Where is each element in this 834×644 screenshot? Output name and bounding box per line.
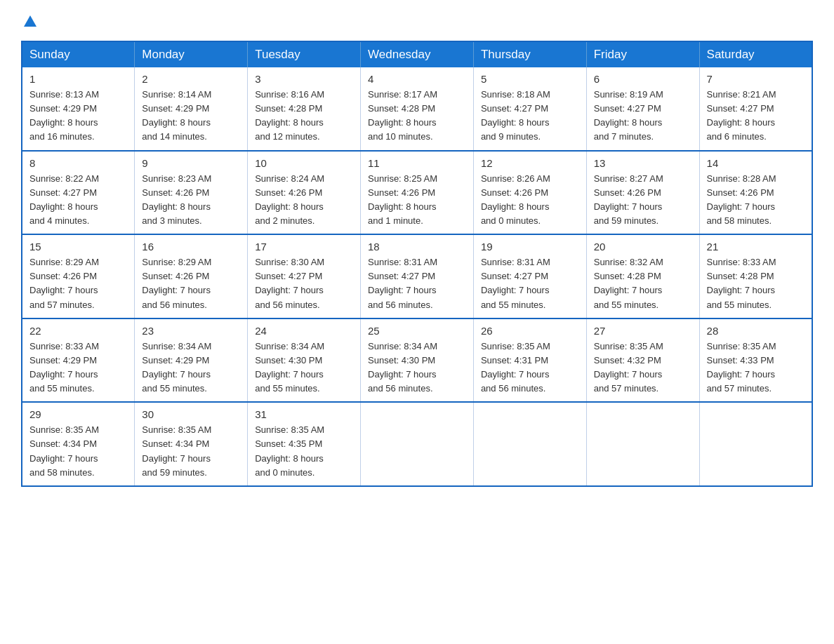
day-number: 19 <box>481 241 579 253</box>
svg-marker-0 <box>24 15 37 27</box>
day-info: Sunrise: 8:25 AM Sunset: 4:26 PM Dayligh… <box>368 172 466 229</box>
calendar-day-1: 1Sunrise: 8:13 AM Sunset: 4:29 PM Daylig… <box>22 67 135 151</box>
calendar-day-20: 20Sunrise: 8:32 AM Sunset: 4:28 PM Dayli… <box>586 234 699 318</box>
day-number: 9 <box>142 157 240 169</box>
day-number: 17 <box>255 241 353 253</box>
day-info: Sunrise: 8:35 AM Sunset: 4:34 PM Dayligh… <box>29 423 127 480</box>
calendar-day-28: 28Sunrise: 8:35 AM Sunset: 4:33 PM Dayli… <box>699 318 812 403</box>
day-number: 1 <box>29 73 127 85</box>
day-number: 26 <box>481 325 579 337</box>
day-info: Sunrise: 8:23 AM Sunset: 4:26 PM Dayligh… <box>142 172 240 229</box>
day-number: 31 <box>255 408 353 420</box>
day-info: Sunrise: 8:32 AM Sunset: 4:28 PM Dayligh… <box>594 255 692 312</box>
day-number: 3 <box>255 73 353 85</box>
day-info: Sunrise: 8:30 AM Sunset: 4:27 PM Dayligh… <box>255 255 353 312</box>
day-info: Sunrise: 8:13 AM Sunset: 4:29 PM Dayligh… <box>29 88 127 145</box>
logo <box>21 14 38 27</box>
empty-cell <box>586 402 699 486</box>
empty-cell <box>699 402 812 486</box>
calendar-day-11: 11Sunrise: 8:25 AM Sunset: 4:26 PM Dayli… <box>361 151 474 235</box>
calendar-table: SundayMondayTuesdayWednesdayThursdayFrid… <box>21 41 813 487</box>
day-info: Sunrise: 8:22 AM Sunset: 4:27 PM Dayligh… <box>29 172 127 229</box>
day-info: Sunrise: 8:31 AM Sunset: 4:27 PM Dayligh… <box>481 255 579 312</box>
calendar-day-29: 29Sunrise: 8:35 AM Sunset: 4:34 PM Dayli… <box>22 402 135 486</box>
day-number: 2 <box>142 73 240 85</box>
day-info: Sunrise: 8:31 AM Sunset: 4:27 PM Dayligh… <box>368 255 466 312</box>
header-wednesday: Wednesday <box>361 41 474 67</box>
calendar-day-25: 25Sunrise: 8:34 AM Sunset: 4:30 PM Dayli… <box>361 318 474 403</box>
day-info: Sunrise: 8:19 AM Sunset: 4:27 PM Dayligh… <box>594 88 692 145</box>
day-info: Sunrise: 8:34 AM Sunset: 4:30 PM Dayligh… <box>368 340 466 396</box>
day-info: Sunrise: 8:33 AM Sunset: 4:29 PM Dayligh… <box>29 340 127 396</box>
calendar-week-row: 1Sunrise: 8:13 AM Sunset: 4:29 PM Daylig… <box>22 67 812 151</box>
calendar-day-19: 19Sunrise: 8:31 AM Sunset: 4:27 PM Dayli… <box>473 234 586 318</box>
day-info: Sunrise: 8:29 AM Sunset: 4:26 PM Dayligh… <box>29 255 127 312</box>
day-number: 18 <box>368 241 466 253</box>
calendar-day-6: 6Sunrise: 8:19 AM Sunset: 4:27 PM Daylig… <box>586 67 699 151</box>
calendar-day-16: 16Sunrise: 8:29 AM Sunset: 4:26 PM Dayli… <box>135 234 248 318</box>
day-info: Sunrise: 8:35 AM Sunset: 4:32 PM Dayligh… <box>594 340 692 396</box>
day-info: Sunrise: 8:18 AM Sunset: 4:27 PM Dayligh… <box>481 88 579 145</box>
calendar-week-row: 29Sunrise: 8:35 AM Sunset: 4:34 PM Dayli… <box>22 402 812 486</box>
calendar-day-18: 18Sunrise: 8:31 AM Sunset: 4:27 PM Dayli… <box>361 234 474 318</box>
day-number: 21 <box>707 241 805 253</box>
calendar-day-9: 9Sunrise: 8:23 AM Sunset: 4:26 PM Daylig… <box>135 151 248 235</box>
calendar-day-10: 10Sunrise: 8:24 AM Sunset: 4:26 PM Dayli… <box>248 151 361 235</box>
calendar-week-row: 8Sunrise: 8:22 AM Sunset: 4:27 PM Daylig… <box>22 151 812 235</box>
calendar-day-15: 15Sunrise: 8:29 AM Sunset: 4:26 PM Dayli… <box>22 234 135 318</box>
calendar-day-5: 5Sunrise: 8:18 AM Sunset: 4:27 PM Daylig… <box>473 67 586 151</box>
page-header <box>21 14 813 27</box>
calendar-day-26: 26Sunrise: 8:35 AM Sunset: 4:31 PM Dayli… <box>473 318 586 403</box>
day-number: 4 <box>368 73 466 85</box>
day-info: Sunrise: 8:34 AM Sunset: 4:30 PM Dayligh… <box>255 340 353 396</box>
calendar-day-17: 17Sunrise: 8:30 AM Sunset: 4:27 PM Dayli… <box>248 234 361 318</box>
day-number: 16 <box>142 241 240 253</box>
header-thursday: Thursday <box>473 41 586 67</box>
day-info: Sunrise: 8:26 AM Sunset: 4:26 PM Dayligh… <box>481 172 579 229</box>
calendar-day-23: 23Sunrise: 8:34 AM Sunset: 4:29 PM Dayli… <box>135 318 248 403</box>
day-number: 30 <box>142 408 240 420</box>
calendar-day-4: 4Sunrise: 8:17 AM Sunset: 4:28 PM Daylig… <box>361 67 474 151</box>
header-friday: Friday <box>586 41 699 67</box>
day-info: Sunrise: 8:34 AM Sunset: 4:29 PM Dayligh… <box>142 340 240 396</box>
day-number: 27 <box>594 325 692 337</box>
calendar-day-14: 14Sunrise: 8:28 AM Sunset: 4:26 PM Dayli… <box>699 151 812 235</box>
day-info: Sunrise: 8:35 AM Sunset: 4:31 PM Dayligh… <box>481 340 579 396</box>
calendar-day-3: 3Sunrise: 8:16 AM Sunset: 4:28 PM Daylig… <box>248 67 361 151</box>
day-number: 13 <box>594 157 692 169</box>
day-number: 22 <box>29 325 127 337</box>
calendar-day-22: 22Sunrise: 8:33 AM Sunset: 4:29 PM Dayli… <box>22 318 135 403</box>
header-monday: Monday <box>135 41 248 67</box>
day-info: Sunrise: 8:28 AM Sunset: 4:26 PM Dayligh… <box>707 172 805 229</box>
day-number: 6 <box>594 73 692 85</box>
day-info: Sunrise: 8:24 AM Sunset: 4:26 PM Dayligh… <box>255 172 353 229</box>
calendar-day-12: 12Sunrise: 8:26 AM Sunset: 4:26 PM Dayli… <box>473 151 586 235</box>
day-number: 28 <box>707 325 805 337</box>
logo-triangle-icon <box>22 14 38 29</box>
calendar-day-2: 2Sunrise: 8:14 AM Sunset: 4:29 PM Daylig… <box>135 67 248 151</box>
calendar-day-13: 13Sunrise: 8:27 AM Sunset: 4:26 PM Dayli… <box>586 151 699 235</box>
day-number: 12 <box>481 157 579 169</box>
day-number: 20 <box>594 241 692 253</box>
day-number: 5 <box>481 73 579 85</box>
day-info: Sunrise: 8:21 AM Sunset: 4:27 PM Dayligh… <box>707 88 805 145</box>
calendar-day-21: 21Sunrise: 8:33 AM Sunset: 4:28 PM Dayli… <box>699 234 812 318</box>
day-info: Sunrise: 8:29 AM Sunset: 4:26 PM Dayligh… <box>142 255 240 312</box>
day-number: 14 <box>707 157 805 169</box>
header-tuesday: Tuesday <box>248 41 361 67</box>
day-number: 29 <box>29 408 127 420</box>
day-number: 10 <box>255 157 353 169</box>
calendar-day-31: 31Sunrise: 8:35 AM Sunset: 4:35 PM Dayli… <box>248 402 361 486</box>
logo-text <box>21 14 38 29</box>
day-info: Sunrise: 8:35 AM Sunset: 4:34 PM Dayligh… <box>142 423 240 480</box>
day-info: Sunrise: 8:27 AM Sunset: 4:26 PM Dayligh… <box>594 172 692 229</box>
day-number: 25 <box>368 325 466 337</box>
calendar-header-row: SundayMondayTuesdayWednesdayThursdayFrid… <box>22 41 812 67</box>
day-info: Sunrise: 8:35 AM Sunset: 4:33 PM Dayligh… <box>707 340 805 396</box>
calendar-week-row: 15Sunrise: 8:29 AM Sunset: 4:26 PM Dayli… <box>22 234 812 318</box>
calendar-day-8: 8Sunrise: 8:22 AM Sunset: 4:27 PM Daylig… <box>22 151 135 235</box>
day-info: Sunrise: 8:17 AM Sunset: 4:28 PM Dayligh… <box>368 88 466 145</box>
calendar-week-row: 22Sunrise: 8:33 AM Sunset: 4:29 PM Dayli… <box>22 318 812 403</box>
day-number: 11 <box>368 157 466 169</box>
day-number: 24 <box>255 325 353 337</box>
